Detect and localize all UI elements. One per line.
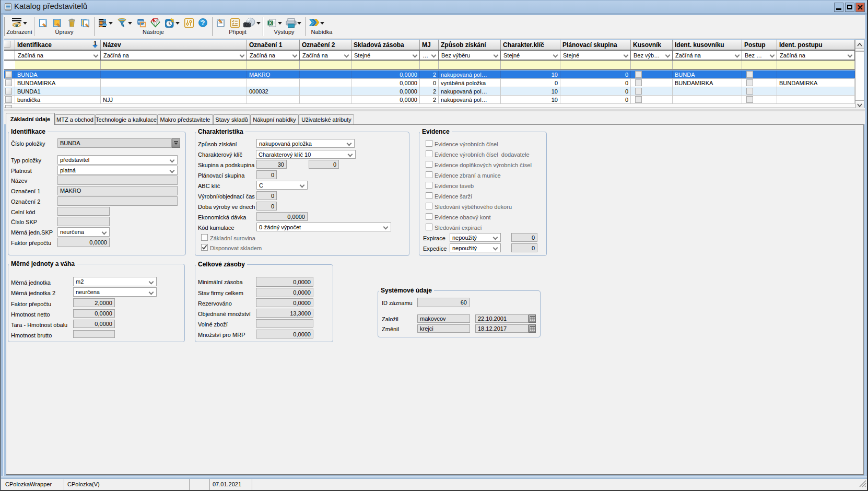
svg-text:?: ?	[201, 19, 205, 27]
svg-text:X: X	[268, 20, 272, 26]
